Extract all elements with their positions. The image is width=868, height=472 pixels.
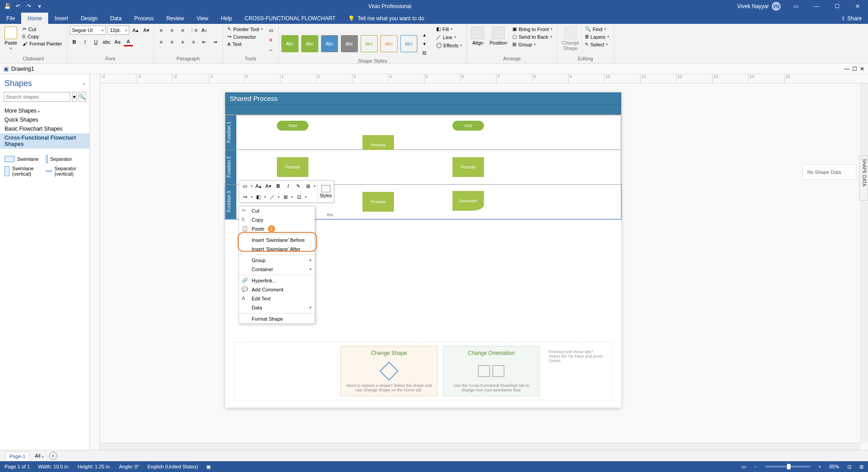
tab-cff[interactable]: CROSS-FUNCTIONAL FLOWCHART bbox=[238, 13, 342, 24]
align-middle-icon[interactable]: ≡ bbox=[167, 26, 176, 35]
align-right-icon[interactable]: ≡ bbox=[178, 37, 187, 46]
text-tool-button[interactable]: AText bbox=[226, 41, 265, 47]
pointer-tool-button[interactable]: ↖Pointer Tool▾ bbox=[226, 26, 265, 32]
cff-shapes-item[interactable]: Cross-Functional Flowchart Shapes bbox=[0, 133, 90, 149]
cm-group[interactable]: Group▸ bbox=[239, 256, 315, 265]
mini-styles-button[interactable]: Styles bbox=[317, 181, 334, 202]
style-swatch-1[interactable]: Abc bbox=[281, 35, 298, 52]
lane-2-label[interactable]: Function 2 bbox=[226, 150, 236, 184]
tab-data[interactable]: Data bbox=[104, 13, 128, 24]
basic-flowchart-item[interactable]: Basic Flowchart Shapes bbox=[0, 124, 90, 133]
lane-1[interactable]: Function 1 Start Process End bbox=[226, 115, 621, 150]
zoom-slider[interactable] bbox=[765, 466, 810, 467]
italic-button[interactable]: I bbox=[81, 37, 90, 46]
redo-icon[interactable]: ↷ bbox=[25, 3, 32, 10]
lane-2[interactable]: Function 2 Process Process bbox=[226, 150, 621, 184]
bring-to-front-button[interactable]: ▣Bring to Front▾ bbox=[511, 26, 554, 32]
vertical-scrollbar[interactable] bbox=[861, 83, 868, 443]
bullets-icon[interactable]: ⋮≡ bbox=[189, 26, 198, 35]
tab-insert[interactable]: Insert bbox=[48, 13, 74, 24]
mini-arrange-icon[interactable]: ⊞ bbox=[281, 193, 289, 201]
style-swatch-4[interactable]: Abc bbox=[341, 35, 358, 52]
mini-fill-icon[interactable]: ◧ bbox=[254, 193, 262, 201]
start-shape[interactable]: Start bbox=[277, 121, 308, 131]
horizontal-scrollbar[interactable] bbox=[100, 443, 861, 450]
all-pages-button[interactable]: All ▴ bbox=[35, 453, 43, 458]
more-shapes-item[interactable]: More Shapes ▸ bbox=[0, 106, 90, 115]
align-button[interactable]: Align bbox=[470, 26, 486, 46]
cm-copy[interactable]: ⎘Copy bbox=[239, 215, 315, 224]
case-button[interactable]: Aa bbox=[113, 37, 122, 46]
doc-close-icon[interactable]: ✕ bbox=[860, 66, 864, 72]
mini-highlight-icon[interactable]: ✎ bbox=[294, 182, 302, 190]
mini-group-icon[interactable]: ⊡ bbox=[295, 193, 303, 201]
stencil-separator[interactable]: Separator bbox=[46, 155, 86, 163]
gallery-down-icon[interactable]: ▾ bbox=[420, 39, 429, 48]
tab-view[interactable]: View bbox=[190, 13, 215, 24]
cut-button[interactable]: ✂Cut bbox=[21, 26, 64, 32]
font-name-select[interactable]: Segoe UI▾ bbox=[70, 26, 106, 35]
select-button[interactable]: ↖Select▾ bbox=[583, 41, 611, 48]
page-tab-1[interactable]: Page-1 bbox=[5, 452, 29, 460]
pan-zoom-icon[interactable]: ⊞ bbox=[859, 464, 863, 470]
add-page-button[interactable]: + bbox=[49, 452, 57, 460]
strike-button[interactable]: abc bbox=[102, 37, 111, 46]
maximize-icon[interactable]: ☐ bbox=[827, 0, 847, 13]
style-swatch-6[interactable]: Abc bbox=[380, 35, 398, 52]
zoom-out-icon[interactable]: − bbox=[754, 464, 757, 469]
tell-me[interactable]: 💡 Tell me what you want to do bbox=[342, 13, 430, 24]
font-color-button[interactable]: A bbox=[124, 37, 133, 46]
mini-line-icon[interactable]: ／ bbox=[268, 193, 276, 201]
mini-style-icon[interactable]: ▭ bbox=[241, 182, 249, 190]
swimlane-title[interactable]: Shared Process bbox=[225, 92, 621, 104]
lane-3-label[interactable]: Function 3 bbox=[226, 185, 236, 219]
mini-font-grow-icon[interactable]: A▴ bbox=[254, 182, 262, 190]
align-bottom-icon[interactable]: ≡ bbox=[178, 26, 187, 35]
search-icon[interactable]: 🔍 bbox=[78, 92, 86, 102]
mini-italic-button[interactable]: I bbox=[284, 182, 292, 190]
style-swatch-3[interactable]: Abc bbox=[321, 35, 338, 52]
shape-data-tab[interactable]: SHAPE DATA bbox=[859, 155, 868, 200]
document-shape[interactable]: Document bbox=[452, 191, 484, 211]
copy-button[interactable]: ⎘Copy bbox=[21, 33, 64, 40]
save-icon[interactable]: 💾 bbox=[4, 3, 11, 10]
decrease-font-icon[interactable]: A▾ bbox=[142, 26, 151, 35]
mini-font-shrink-icon[interactable]: A▾ bbox=[264, 182, 272, 190]
process-shape-2[interactable]: Process bbox=[277, 157, 308, 177]
style-swatch-7[interactable]: Abc bbox=[400, 35, 417, 52]
effects-button[interactable]: ◯Effects▾ bbox=[434, 42, 464, 49]
tab-process[interactable]: Process bbox=[128, 13, 160, 24]
cm-edit-text[interactable]: AEdit Text bbox=[239, 294, 315, 303]
search-dropdown-icon[interactable]: ▾ bbox=[72, 92, 77, 102]
stencil-separator-v[interactable]: Separator (vertical) bbox=[46, 166, 86, 177]
lane-1-label[interactable]: Function 1 bbox=[226, 115, 236, 150]
search-shapes-input[interactable] bbox=[4, 92, 70, 102]
gallery-more-icon[interactable]: ⊟ bbox=[420, 48, 429, 57]
tab-file[interactable]: File bbox=[0, 13, 21, 24]
fit-page-icon[interactable]: ⊡ bbox=[847, 464, 851, 470]
tab-review[interactable]: Review bbox=[160, 13, 190, 24]
fill-button[interactable]: ◧Fill▾ bbox=[434, 26, 464, 32]
cm-paste[interactable]: 📋Paste bbox=[239, 224, 315, 233]
minimize-icon[interactable]: — bbox=[806, 0, 827, 13]
macro-record-icon[interactable]: ▣ bbox=[206, 464, 211, 470]
stencil-swimlane[interactable]: Swimlane bbox=[5, 155, 44, 163]
doc-maximize-icon[interactable]: ☐ bbox=[852, 66, 857, 72]
tip-change-shape[interactable]: Change Shape Need to replace a shape? Se… bbox=[340, 346, 437, 396]
collapse-pane-icon[interactable]: ‹ bbox=[83, 81, 85, 87]
mini-bold-button[interactable]: B bbox=[274, 182, 282, 190]
status-language[interactable]: English (United States) bbox=[147, 464, 198, 469]
cm-insert-after[interactable]: Insert 'Swimlane' After bbox=[239, 245, 315, 254]
paste-button[interactable]: Paste ▾ bbox=[3, 26, 19, 51]
end-shape[interactable]: End bbox=[452, 121, 484, 131]
undo-icon[interactable]: ↶ bbox=[14, 3, 22, 10]
position-button[interactable]: Position bbox=[488, 26, 509, 46]
cm-insert-before[interactable]: Insert 'Swimlane' Before bbox=[239, 236, 315, 245]
zoom-in-icon[interactable]: + bbox=[818, 464, 821, 469]
cm-hyperlink[interactable]: 🔗Hyperlink... bbox=[239, 276, 315, 285]
style-swatch-2[interactable]: Abc bbox=[301, 35, 318, 52]
find-button[interactable]: 🔍Find▾ bbox=[583, 26, 611, 32]
line-button[interactable]: ／Line▾ bbox=[434, 33, 464, 41]
bold-button[interactable]: B bbox=[70, 37, 79, 46]
cm-container[interactable]: Container▸ bbox=[239, 265, 315, 274]
